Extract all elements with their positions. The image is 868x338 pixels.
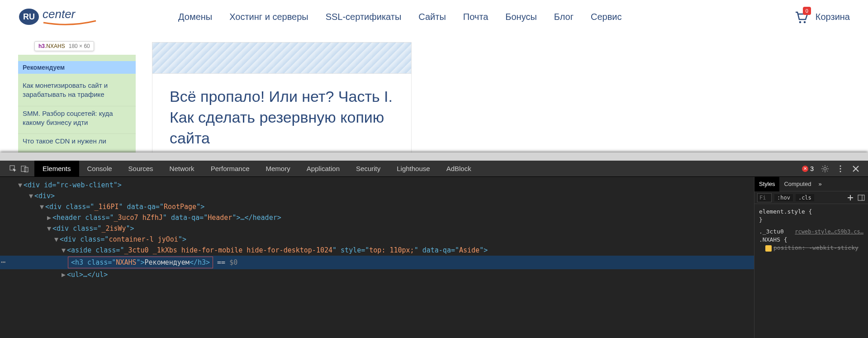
gear-icon[interactable] <box>821 165 829 173</box>
logo[interactable]: RU center <box>18 5 97 28</box>
dom-tree[interactable]: ⋯ ▼<div id="rc-web-client"> ▼<div> ▼<div… <box>0 177 754 338</box>
error-count[interactable]: ✕3 <box>802 165 814 172</box>
site-header: RU center Домены Хостинг и серверы SSL-с… <box>0 0 868 34</box>
devtools-tabs: Elements Console Sources Network Perform… <box>0 161 868 177</box>
hov-toggle[interactable]: :hov <box>774 194 793 201</box>
tab-memory[interactable]: Memory <box>258 161 299 177</box>
tab-console[interactable]: Console <box>79 161 120 177</box>
main-nav: Домены Хостинг и серверы SSL-сертификаты… <box>178 12 793 22</box>
tab-network[interactable]: Network <box>161 161 203 177</box>
nav-blog[interactable]: Блог <box>554 12 574 22</box>
filter-input[interactable] <box>757 193 772 202</box>
devtools-panel: Elements Console Sources Network Perform… <box>0 152 868 338</box>
ellipsis-icon[interactable]: ⋯ <box>1 257 5 267</box>
plus-icon[interactable] <box>846 194 854 202</box>
warning-icon <box>765 245 772 252</box>
tab-elements[interactable]: Elements <box>34 161 79 177</box>
svg-point-3 <box>799 21 802 24</box>
svg-point-10 <box>840 168 841 169</box>
nav-sites[interactable]: Сайты <box>418 12 446 22</box>
inspect-icon[interactable] <box>9 165 17 173</box>
cls-toggle[interactable]: .cls <box>796 194 814 201</box>
logo-icon: RU <box>18 6 40 28</box>
sidebar-heading: Рекомендуем <box>18 61 136 74</box>
tab-lighthouse[interactable]: Lighthouse <box>389 161 438 177</box>
nav-mail[interactable]: Почта <box>463 12 489 22</box>
svg-point-9 <box>840 165 841 167</box>
nav-ssl[interactable]: SSL-сертификаты <box>326 12 402 22</box>
sidebar-link-1[interactable]: Как монетизировать сайт и зарабатывать н… <box>18 78 136 106</box>
article-title: Всё пропало! Или нет? Часть I. Как сдела… <box>170 86 394 149</box>
tab-performance[interactable]: Performance <box>203 161 258 177</box>
svg-rect-12 <box>858 195 864 200</box>
tab-application[interactable]: Application <box>299 161 348 177</box>
logo-text-icon: center <box>43 5 97 28</box>
tab-security[interactable]: Security <box>348 161 389 177</box>
selected-dom-line[interactable]: <h3 class="NXAHS">Рекомендуем</h3> == $0 <box>0 256 754 269</box>
styles-tab[interactable]: Styles <box>754 177 779 191</box>
styles-pane: Styles Computed » :hov .cls element.styl… <box>754 177 868 338</box>
nav-domains[interactable]: Домены <box>178 12 212 22</box>
cart[interactable]: 0 Корзина <box>793 9 850 25</box>
svg-point-8 <box>824 167 826 170</box>
element-style[interactable]: element.style { <box>759 208 863 216</box>
tab-adblock[interactable]: AdBlock <box>438 161 479 177</box>
nav-hosting[interactable]: Хостинг и серверы <box>229 12 308 22</box>
kebab-icon[interactable] <box>836 165 844 173</box>
cart-badge: 0 <box>803 7 811 15</box>
sidebar-link-3[interactable]: Что такое CDN и нужен ли <box>18 134 136 152</box>
tab-sources[interactable]: Sources <box>120 161 161 177</box>
close-icon[interactable] <box>852 165 860 173</box>
sidebar-link-2[interactable]: SMM. Разбор соцсетей: куда какому бизнес… <box>18 106 136 134</box>
cart-label: Корзина <box>816 12 850 22</box>
svg-rect-6 <box>21 166 26 171</box>
svg-text:center: center <box>43 7 76 21</box>
device-icon[interactable] <box>21 165 29 173</box>
computed-tab[interactable]: Computed <box>779 177 816 191</box>
svg-point-11 <box>840 171 841 172</box>
nav-service[interactable]: Сервис <box>591 12 622 22</box>
svg-text:RU: RU <box>23 12 35 21</box>
css-link[interactable]: rcweb-style…c59b3.cs… <box>795 228 863 236</box>
panel-icon[interactable] <box>857 194 865 202</box>
svg-point-4 <box>804 21 806 24</box>
nav-bonuses[interactable]: Бонусы <box>505 12 536 22</box>
inspect-tooltip: h3.NXAHS180 × 60 <box>34 41 94 51</box>
more-tabs-icon[interactable]: » <box>818 181 821 187</box>
article-hero-image <box>152 42 412 74</box>
